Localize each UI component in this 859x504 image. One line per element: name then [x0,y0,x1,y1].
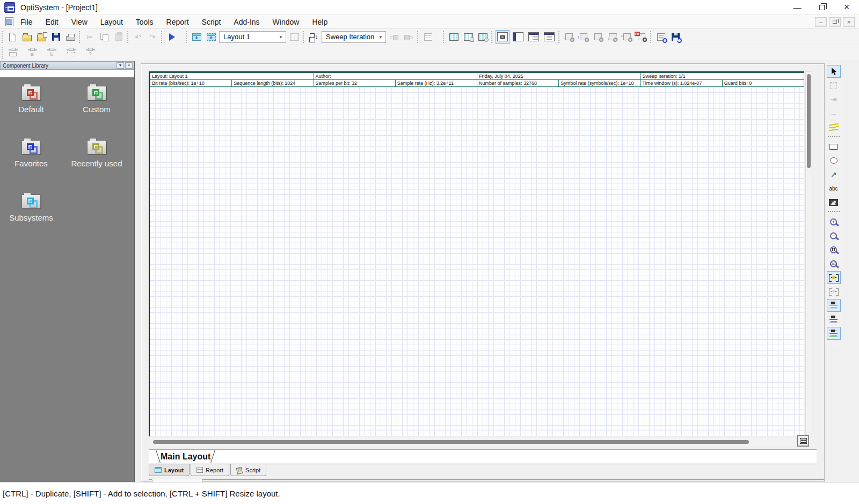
align-blue-button[interactable] [827,313,841,326]
folder-recently-used[interactable]: Recently used [59,140,134,194]
arrow-right-icon: → [830,109,838,117]
align-gray-button[interactable] [827,299,841,312]
arrow-tool-button[interactable]: → [827,107,841,120]
script-tool-2-button[interactable]: ↑ [577,30,590,44]
auto-connect-off-button[interactable] [827,285,841,298]
tab-report[interactable]: Report [191,464,229,476]
zoom-out-button[interactable]: − [827,229,841,242]
save-icon [52,33,60,41]
mdi-restore-button[interactable] [829,17,841,27]
text-tool-button[interactable]: abc [827,182,841,195]
mdi-minimize-button[interactable]: – [815,17,827,27]
menu-addins[interactable]: Add-Ins [228,15,265,28]
undo-button[interactable]: ↶ [132,30,144,44]
main-layout-tab[interactable]: Main Layout [153,450,218,463]
save-file-button[interactable] [49,30,62,44]
redo-button[interactable]: ↷ [146,30,159,44]
tab-script[interactable]: Script [230,464,266,476]
document-icon[interactable] [5,17,13,26]
palette-separator [828,211,840,214]
wire-connections-tool-button[interactable] [827,121,841,134]
component-label-button[interactable] [6,46,21,60]
layout-combobox[interactable]: Layout 1 ▾ [219,31,286,43]
close-button[interactable]: × [834,0,859,14]
connector-end-tool-button[interactable]: ⇥ [827,93,841,106]
panel-close-button[interactable]: × [125,62,133,69]
menu-edit[interactable]: Edit [40,15,64,28]
new-layout-icon: + [192,33,201,41]
folder-default[interactable]: Default [3,86,59,140]
menu-help[interactable]: Help [306,15,333,28]
menu-window[interactable]: Window [267,15,305,28]
ellipse-icon [830,157,838,164]
folder-custom[interactable]: Custom [59,86,134,140]
script-tool-6-button[interactable]: PM [635,30,648,44]
align-green-button[interactable] [827,327,841,340]
select-tool-button[interactable] [827,65,841,78]
add-sweep-button[interactable] [388,30,401,44]
menu-view[interactable]: View [65,15,93,28]
paste-button[interactable] [112,30,125,44]
script-tool-5-button[interactable]: ° [621,30,634,44]
new-layout-button[interactable]: + [190,30,203,44]
image-tool-button[interactable] [827,196,841,209]
script-tool-1-icon: ↓ [565,33,573,40]
component-help-button[interactable]: ? [83,46,98,60]
palette-separator [828,136,840,138]
new-file-button[interactable] [6,30,19,44]
page-settings-button[interactable] [654,30,667,44]
script-tool-3-button[interactable] [592,30,605,44]
minimize-button[interactable]: — [785,0,810,14]
view-report-b-button[interactable] [542,30,556,44]
calculate-whole-project-button[interactable] [288,30,301,44]
duplicate-layout-button[interactable]: + [205,30,217,44]
script-tool-1-button[interactable]: ↓ [563,30,576,44]
rectangle-tool-button[interactable] [827,140,841,153]
auto-connect-on-button[interactable] [827,271,841,284]
vertical-scrollbar[interactable] [805,71,812,436]
menu-tools[interactable]: Tools [130,15,159,28]
view-report-a-button[interactable] [527,30,541,44]
calculate-button[interactable] [165,30,178,44]
import-file-button[interactable] [35,30,48,44]
script-page-button[interactable] [476,30,489,44]
tab-layout[interactable]: Layout [149,464,190,476]
layout-properties-button[interactable] [797,435,809,447]
menu-report[interactable]: Report [161,15,195,28]
open-file-button[interactable] [20,30,33,44]
remove-sweep-button[interactable] [402,30,415,44]
report-page-button[interactable] [462,30,475,44]
horizontal-scrollbar[interactable] [149,437,795,446]
script-tool-4-button[interactable] [606,30,619,44]
cut-button[interactable]: ✂ [83,30,96,44]
ellipse-tool-button[interactable] [827,154,841,167]
view-split-button[interactable] [511,30,525,44]
mdi-close-button[interactable]: × [843,17,855,27]
menu-script[interactable]: Script [196,15,227,28]
parameter-report-button[interactable] [421,30,434,44]
sweep-order-button[interactable] [307,30,320,44]
panel-collapse-button[interactable]: ▾ [117,62,124,69]
horizontal-scrollbar-thumb[interactable] [153,440,749,444]
sweep-combobox[interactable]: Sweep Iteration ▾ [322,31,386,43]
restore-button[interactable] [810,0,834,14]
print-button[interactable] [64,30,77,44]
menu-file[interactable]: File [14,15,39,28]
component-grid-button[interactable] [64,46,79,60]
view-layout-button[interactable] [496,30,509,44]
layout-canvas[interactable]: Layout: Layout 1 Author: Friday, July 04… [149,71,804,436]
component-lines-button[interactable]: ≡ [25,46,40,60]
line-arrow-tool-button[interactable]: ↗ [827,168,841,181]
copy-button[interactable] [98,30,111,44]
layout-page-button[interactable] [447,30,460,44]
component-refresh-button[interactable]: ↻ [45,46,60,60]
vertical-scrollbar-thumb[interactable] [807,74,811,168]
zoom-1-1-button[interactable]: 1:1 [827,257,841,270]
folder-subsystems[interactable]: Subsystems [3,194,59,249]
selection-area-tool-button[interactable] [827,79,841,92]
folder-favorites[interactable]: Favorites [3,140,59,194]
menu-layout[interactable]: Layout [94,15,129,28]
save-script-button[interactable] [669,30,682,44]
zoom-in-button[interactable]: + [827,215,841,228]
zoom-to-page-button[interactable] [827,243,841,256]
